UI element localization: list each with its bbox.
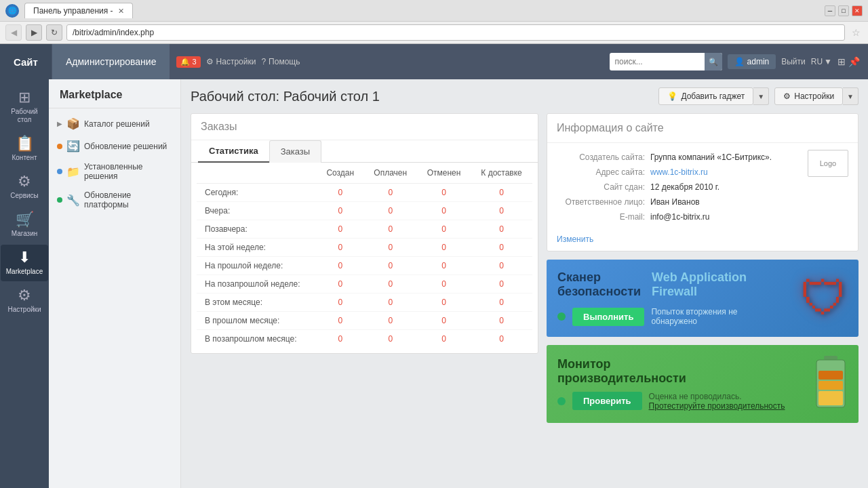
arrow-icon: ▶: [57, 120, 62, 127]
content-icon: 📋: [16, 136, 34, 151]
col-delivery: К доставке: [471, 163, 532, 184]
col-created: Создан: [317, 163, 364, 184]
help-header-btn[interactable]: ? Помощь: [261, 57, 300, 66]
page-settings-button[interactable]: ⚙ Настройки: [774, 87, 843, 105]
security-title: Сканербезопасности: [557, 270, 641, 299]
perf-status: Оценка не проводилась.: [649, 392, 742, 401]
search-input[interactable]: [610, 57, 705, 66]
page-title: Рабочий стол: Рабочий стол 1: [191, 89, 380, 104]
lang-selector[interactable]: RU ▼: [811, 57, 832, 66]
notifications-badge[interactable]: 🔔 3: [176, 56, 200, 68]
address-text: /bitrix/admin/index.php: [73, 28, 154, 37]
security-action: Выполнить Попыток вторжения необнаружено: [557, 307, 789, 326]
add-gadget-button[interactable]: 💡 Добавить гаджет: [658, 87, 753, 105]
tab-statistics[interactable]: Статистика: [198, 140, 269, 163]
perf-text: Мониторпроизводительности Проверить Оцен…: [557, 357, 803, 411]
site-info-row: Создатель сайта:Группа компаний «1С-Битр…: [557, 150, 801, 165]
app-header: Сайт Администрирование 🔔 3 ⚙ Настройки ?…: [0, 44, 868, 79]
minimize-btn[interactable]: ─: [825, 5, 835, 16]
test-link[interactable]: Протестируйте производительность: [649, 401, 785, 411]
security-status: Попыток вторжения необнаружено: [651, 307, 789, 326]
refresh-btn[interactable]: ↻: [46, 24, 62, 41]
browser-tab[interactable]: Панель управления - ✕: [24, 3, 133, 18]
bookmark-btn[interactable]: ☆: [849, 26, 863, 39]
col-empty: [197, 163, 317, 184]
page-actions: 💡 Добавить гаджет ▼ ⚙ Настройки ▼: [658, 87, 859, 105]
user-menu[interactable]: 👤 admin: [728, 54, 776, 69]
bell-icon: 🔔: [180, 58, 190, 66]
browser-title-bar: 🌐 Панель управления - ✕ ─ □ ✕: [0, 0, 868, 21]
services-icon: ⚙: [18, 174, 31, 189]
tab-title: Панель управления -: [33, 6, 113, 16]
blue-dot: [57, 169, 62, 174]
maximize-btn[interactable]: □: [838, 5, 849, 16]
site-info-table: Создатель сайта:Группа компаний «1С-Битр…: [557, 150, 801, 224]
sidebar-item-settings[interactable]: ⚙ Настройки: [1, 283, 48, 319]
forward-btn[interactable]: ▶: [26, 24, 42, 41]
grid-icon[interactable]: ⊞: [837, 56, 846, 67]
back-btn[interactable]: ◀: [5, 24, 22, 41]
search-button[interactable]: 🔍: [705, 53, 722, 70]
table-row: В позапрошлом месяце:0000: [197, 330, 532, 348]
security-waf: Web ApplicationFirewall: [652, 270, 747, 299]
check-button[interactable]: Проверить: [572, 392, 642, 410]
admin-button[interactable]: Администрирование: [52, 44, 170, 79]
gear-icon: ⚙: [206, 57, 214, 66]
close-btn[interactable]: ✕: [852, 5, 863, 16]
performance-widget: Мониторпроизводительности Проверить Оцен…: [547, 345, 859, 423]
site-info-row: Сайт сдан:12 декабря 2010 г.: [557, 180, 801, 195]
site-info-row: Ответственное лицо:Иван Иванов: [557, 195, 801, 209]
col-cancelled: Отменен: [417, 163, 471, 184]
tab-orders[interactable]: Заказы: [269, 140, 321, 163]
add-gadget-dropdown[interactable]: ▼: [753, 87, 769, 105]
orders-tabs: Статистика Заказы: [191, 140, 538, 163]
settings-icon: ⚙: [18, 288, 31, 303]
user-icon: 👤: [734, 57, 745, 66]
shield-icon: 🛡: [800, 271, 848, 325]
installed-icon: 📁: [66, 165, 80, 178]
run-button[interactable]: Выполнить: [572, 308, 644, 326]
sidebar-item-shop[interactable]: 🛒 Магазин: [1, 207, 48, 243]
svg-rect-2: [818, 391, 843, 405]
perf-action: Проверить Оценка не проводилась. Протест…: [557, 391, 803, 411]
col-right: Информация о сайте Создатель сайта:Групп…: [547, 113, 859, 423]
left-panel: Marketplace ▶ 📦 Каталог решений 🔄 Обновл…: [49, 79, 181, 488]
browser-nav-bar: ◀ ▶ ↻ /bitrix/admin/index.php ☆: [0, 21, 868, 43]
settings-dropdown[interactable]: ▼: [843, 87, 859, 105]
dashboard-icon: ⊞: [18, 90, 31, 105]
left-panel-title: Marketplace: [49, 79, 180, 108]
table-row: В этом месяце:0000: [197, 293, 532, 312]
site-info-row: E-mail:info@1c-bitrix.ru: [557, 209, 801, 224]
address-bar[interactable]: /bitrix/admin/index.php: [66, 24, 845, 41]
platform-icon: 🔧: [66, 194, 80, 207]
table-row: На позапрошлой неделе:0000: [197, 275, 532, 293]
pin-icon[interactable]: 📌: [848, 56, 860, 67]
security-widget: Сканербезопасности Web ApplicationFirewa…: [547, 260, 859, 337]
sidebar-item-services[interactable]: ⚙ Сервисы: [1, 169, 48, 205]
settings-label: Настройки: [216, 57, 256, 66]
change-link[interactable]: Изменить: [557, 235, 593, 244]
status-indicator: [557, 312, 566, 321]
gear-icon-btn: ⚙: [783, 92, 791, 101]
menu-item-update[interactable]: 🔄 Обновление решений: [49, 135, 180, 157]
site-link[interactable]: www.1c-bitrix.ru: [650, 167, 708, 177]
sidebar-item-dashboard[interactable]: ⊞ Рабочий стол: [1, 85, 48, 129]
menu-item-installed[interactable]: 📁 Установленные решения: [49, 157, 180, 186]
settings-header-btn[interactable]: ⚙ Настройки: [206, 57, 256, 66]
sidebar: ⊞ Рабочий стол 📋 Контент ⚙ Сервисы 🛒 Маг…: [0, 79, 49, 488]
table-row: На прошлой неделе:0000: [197, 257, 532, 275]
orders-widget: Заказы Статистика Заказы Создан: [191, 113, 538, 354]
content-area: Marketplace ▶ 📦 Каталог решений 🔄 Обновл…: [49, 79, 868, 488]
menu-item-catalog[interactable]: ▶ 📦 Каталог решений: [49, 113, 180, 135]
site-button[interactable]: Сайт: [0, 44, 52, 79]
settings-group: ⚙ Настройки ▼: [774, 87, 859, 105]
user-label: admin: [747, 57, 770, 66]
logout-btn[interactable]: Выйти: [781, 57, 806, 66]
header-icons: ⊞ 📌: [837, 56, 860, 67]
sidebar-item-marketplace[interactable]: ⬇ Marketplace: [1, 245, 48, 281]
site-info-header: Информация о сайте: [547, 114, 858, 143]
sidebar-item-content[interactable]: 📋 Контент: [1, 131, 48, 167]
menu-item-platform[interactable]: 🔧 Обновление платформы: [49, 186, 180, 214]
tab-favicon: ✕: [118, 7, 124, 16]
battery-icon: [814, 356, 848, 412]
